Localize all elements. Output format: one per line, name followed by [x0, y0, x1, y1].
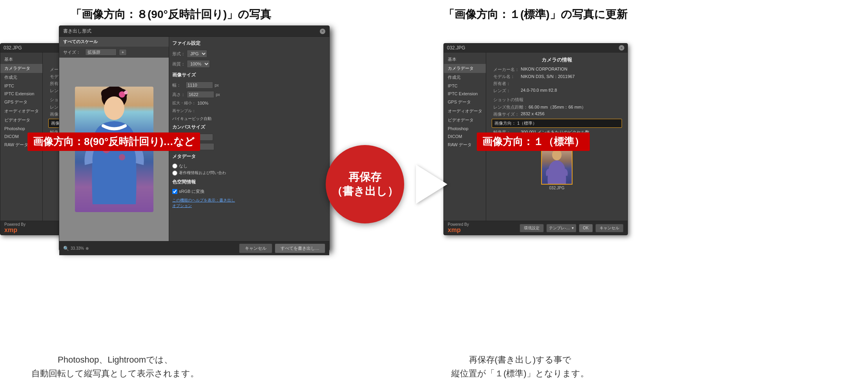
right-imgsize-row: 画像サイズ： 2832 x 4256 — [492, 111, 622, 117]
export-all-button[interactable]: すべてを書き出し… — [275, 243, 325, 253]
export-format-row: 形式： JPG — [172, 50, 237, 58]
bottom-text-right: 再保存(書き出し)する事で 縦位置が「１(標準)」となります。 — [451, 353, 589, 380]
right-sidebar-item-camera[interactable]: カメラデータ — [444, 64, 486, 73]
export-zoom-value: 33.33% — [71, 246, 84, 250]
right-orientation-label: 画像方向： — [494, 121, 516, 125]
export-quality-label: 画質： — [172, 61, 185, 67]
bottom-left-line1: Photoshop、Lightroomでは、 — [31, 353, 199, 367]
right-cancel-button[interactable]: キャンセル — [595, 224, 624, 232]
export-action-buttons: キャンセル すべてを書き出し… — [239, 243, 325, 253]
right-lens-label: レンズ： — [493, 88, 521, 94]
sidebar-item-camera[interactable]: カメラデータ — [0, 64, 42, 73]
center-area: 再保存 （書き出し） — [326, 145, 447, 223]
export-size-plus[interactable]: + — [119, 49, 127, 56]
right-dialog-close[interactable]: × — [619, 45, 624, 51]
left-xmp-text: xmp — [4, 227, 26, 234]
sidebar-item-audio[interactable]: オーディオデータ — [0, 107, 42, 116]
right-imgsize-value: 2832 x 4256 — [521, 111, 545, 117]
export-width-unit: px — [215, 83, 219, 87]
export-srgb-checkbox[interactable] — [172, 189, 177, 194]
svg-point-3 — [124, 91, 128, 94]
right-sidebar-item-gps[interactable]: GPS データ — [444, 98, 486, 107]
right-sidebar-item-video[interactable]: ビデオデータ — [444, 116, 486, 125]
export-meta-none-row: なし — [172, 163, 237, 169]
sidebar-item-iptc-ext[interactable]: IPTC Extension — [0, 90, 42, 98]
export-width-input[interactable] — [186, 82, 213, 89]
export-colorspace-title: 色空間情報 — [172, 179, 237, 185]
sidebar-item-iptc[interactable]: IPTC — [0, 82, 42, 90]
red-overlay-left: 画像方向：8(90°反時計回り)…など — [27, 132, 200, 151]
sidebar-item-source[interactable]: 作成元 — [0, 73, 42, 82]
export-meta-none-radio[interactable] — [172, 163, 177, 169]
right-template-button[interactable]: テンプレ-… ▾ — [546, 224, 576, 232]
bottom-left-line2: 自動回転して縦写真として表示されます。 — [31, 367, 199, 380]
right-maker-row: メーカー名： NIKON CORPORATION — [492, 67, 622, 73]
svg-point-6 — [119, 154, 125, 160]
export-size-label: サイズ： — [63, 49, 83, 55]
export-resample-label: 再サンプル： — [172, 108, 196, 114]
red-overlay-right: 画像方向：１（標準） — [477, 132, 590, 151]
circle-line2: （書き出し） — [332, 184, 398, 198]
arrow-container — [416, 165, 447, 204]
right-sidebar-item-audio[interactable]: オーディオデータ — [444, 107, 486, 116]
sidebar-item-basic[interactable]: 基本 — [0, 55, 42, 64]
right-thumbnail-label: 032.JPG — [549, 186, 565, 190]
sidebar-item-gps[interactable]: GPS データ — [0, 98, 42, 107]
right-sidebar-item-iptc[interactable]: IPTC — [444, 82, 486, 90]
export-help-link[interactable]: この機能のヘルプを表示：書き出しオプション — [172, 198, 237, 209]
right-model-label: モデル名： — [493, 74, 521, 80]
right-shot-section: ショットの情報 — [493, 97, 622, 103]
right-owner-label: 所有者： — [493, 81, 521, 87]
export-height-row: 高さ： px — [172, 91, 237, 98]
export-scale-label: 拡大・縮小： — [172, 100, 196, 106]
export-scale-value: 100% — [197, 101, 208, 105]
right-env-button[interactable]: 環境設定 — [520, 224, 544, 232]
sidebar-item-video[interactable]: ビデオデータ — [0, 116, 42, 125]
export-close[interactable]: × — [320, 29, 325, 34]
export-zoom-plus: ⊕ — [86, 246, 89, 250]
export-meta-copyright-radio[interactable] — [172, 171, 177, 176]
right-dialog-footer: Powered By xmp 環境設定 テンプレ-… ▾ OK キャンセル — [444, 221, 627, 235]
export-format-select[interactable]: JPG — [187, 50, 207, 58]
right-footer-buttons: 環境設定 テンプレ-… ▾ OK キャンセル — [520, 224, 624, 232]
sidebar-item-photoshop[interactable]: Photoshop — [0, 125, 42, 132]
export-resample-row: 再サンプル： — [172, 108, 237, 114]
export-resample-value: バイキュービック自動 — [172, 116, 237, 122]
export-canvas-title: カンバスサイズ — [172, 124, 237, 131]
right-owner-row: 所有者： — [492, 81, 622, 87]
export-width-row: 幅： px — [172, 82, 237, 89]
right-orientation-value: 1（標準） — [517, 121, 537, 125]
export-zoom-area: 🔍 33.33% ⊕ — [63, 246, 89, 251]
export-format-label: 形式： — [172, 51, 185, 57]
right-model-row: モデル名： NIKON D3S, S/N：2011967 — [492, 74, 622, 80]
export-height-input[interactable] — [187, 91, 214, 98]
export-meta-copyright-row: 著作権情報および問い合わ — [172, 170, 237, 176]
right-sidebar-item-iptc-ext[interactable]: IPTC Extension — [444, 90, 486, 98]
right-ok-button[interactable]: OK — [579, 224, 593, 232]
resave-circle: 再保存 （書き出し） — [326, 145, 404, 223]
export-scale-header: すべてのスケール — [59, 37, 169, 47]
left-dialog-title: 032.JPG — [4, 45, 22, 51]
export-cancel-button[interactable]: キャンセル — [239, 243, 272, 253]
right-maker-value: NIKON CORPORATION — [521, 67, 567, 73]
bottom-text-left: Photoshop、Lightroomでは、 自動回転して縦写真として表示されま… — [31, 353, 199, 380]
export-zoom-icon: 🔍 — [63, 246, 69, 251]
right-template-chevron: ▾ — [572, 226, 574, 230]
export-quality-select[interactable]: 100% — [187, 60, 210, 68]
circle-line1: 再保存 — [348, 170, 381, 184]
right-sidebar-item-source[interactable]: 作成元 — [444, 73, 486, 82]
right-camera-section-title: カメラの情報 — [492, 56, 622, 64]
right-sidebar-item-basic[interactable]: 基本 — [444, 55, 486, 64]
export-size-input[interactable] — [85, 49, 117, 56]
export-height-label: 高さ： — [172, 92, 185, 98]
export-size-row: サイズ： + — [59, 47, 169, 58]
right-orientation-highlight: 画像方向： 1（標準） — [492, 119, 622, 128]
export-width-label: 幅： — [172, 82, 184, 88]
right-arrow-icon — [416, 165, 447, 204]
export-meta-copyright-label: 著作権情報および問い合わ — [179, 170, 226, 176]
export-quality-row: 画質： 100% — [172, 60, 237, 68]
right-lens-value: 24.0-70.0 mm f/2.8 — [521, 88, 557, 94]
right-dialog-title: 032.JPG — [447, 45, 465, 51]
right-sidebar-item-photoshop[interactable]: Photoshop — [444, 125, 486, 132]
export-height-unit: px — [216, 93, 220, 97]
